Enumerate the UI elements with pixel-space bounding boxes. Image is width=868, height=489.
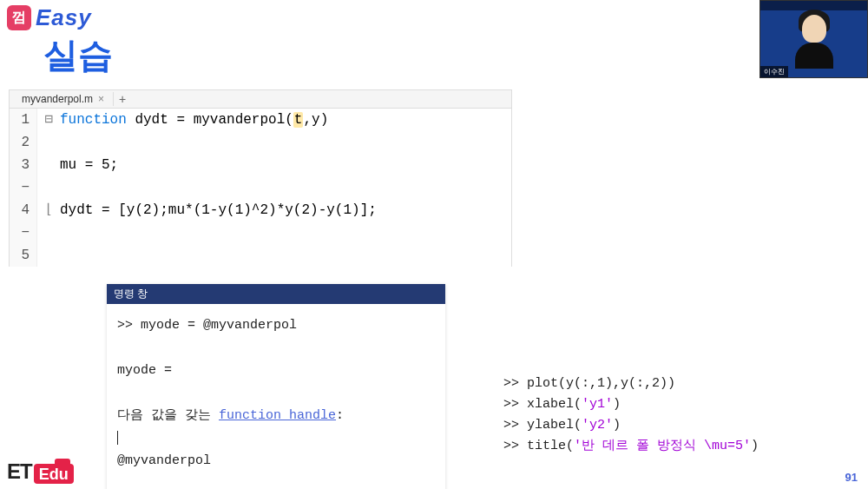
line-number: 4 − <box>10 199 37 244</box>
terminal-line: 다음 값을 갖는 function_handle: <box>117 405 435 427</box>
code-line[interactable]: 3 − mu = 5; <box>10 154 511 199</box>
brand-header: 껌 Easy <box>0 0 868 36</box>
function-handle-link[interactable]: function_handle <box>219 408 336 423</box>
presenter-figure <box>760 8 867 69</box>
code-line[interactable]: 4 − ⌊ dydt = [y(2);mu*(1-y(1)^2)*y(2)-y(… <box>10 199 511 244</box>
tab-filename: myvanderpol.m <box>22 93 93 105</box>
page-title: 실습 <box>0 31 868 79</box>
logo-badge: 껌 <box>7 5 31 30</box>
terminal-line: >> ylabel('y2') <box>503 415 759 436</box>
command-window: 명령 창 >> myode = @myvanderpol myode = 다음 … <box>107 284 445 489</box>
fold-column <box>37 244 60 267</box>
easy-logo-text: Easy <box>36 4 92 31</box>
code-line[interactable]: 5 <box>10 244 511 267</box>
tab-add-button[interactable]: + <box>113 92 131 106</box>
editor-tab-bar: myvanderpol.m × + <box>9 89 512 109</box>
tab-close-icon[interactable]: × <box>98 93 104 105</box>
et-text: ET <box>7 459 32 484</box>
code-body: 1 ⊟ function dydt = myvanderpol(t,y) 2 3… <box>9 109 512 267</box>
code-text: mu = 5; <box>60 154 511 199</box>
code-text: function dydt = myvanderpol(t,y) <box>60 109 511 131</box>
footer-logo: ET Edu <box>7 459 74 484</box>
cursor-icon <box>117 431 118 445</box>
fold-column <box>37 154 60 199</box>
page-number: 91 <box>845 471 858 484</box>
line-number: 3 − <box>10 154 37 199</box>
line-number: 2 <box>10 131 37 154</box>
fold-icon[interactable]: ⊟ <box>37 109 60 131</box>
terminal-line: >> title('반 데르 폴 방정식 \mu=5') <box>503 436 759 457</box>
editor-tab[interactable]: myvanderpol.m × <box>16 93 109 105</box>
terminal-line: >> myode = @myvanderpol <box>117 314 435 337</box>
presenter-name: 이수진 <box>760 66 788 77</box>
line-number: 5 <box>10 244 37 267</box>
terminal-line: @myvanderpol <box>117 450 435 472</box>
terminal-line: >> plot(y(:,1),y(:,2)) <box>503 373 759 394</box>
command-window-body[interactable]: >> myode = @myvanderpol myode = 다음 값을 갖는… <box>107 304 445 489</box>
command-window-title: 명령 창 <box>107 284 445 304</box>
right-code-snippet: >> plot(y(:,1),y(:,2)) >> xlabel('y1') >… <box>503 373 759 457</box>
fold-end-icon: ⌊ <box>37 199 60 244</box>
code-editor: myvanderpol.m × + 1 ⊟ function dydt = my… <box>9 89 512 267</box>
terminal-line <box>117 427 435 450</box>
code-text: dydt = [y(2);mu*(1-y(1)^2)*y(2)-y(1)]; <box>60 199 511 244</box>
terminal-line: >> xlabel('y1') <box>503 394 759 415</box>
terminal-line: myode = <box>117 360 435 382</box>
line-number: 1 <box>10 109 37 131</box>
fold-column <box>37 131 60 154</box>
code-line[interactable]: 1 ⊟ function dydt = myvanderpol(t,y) <box>10 109 511 131</box>
edu-badge: Edu <box>34 464 74 484</box>
presenter-webcam: 이수진 <box>760 0 868 78</box>
code-line[interactable]: 2 <box>10 131 511 154</box>
